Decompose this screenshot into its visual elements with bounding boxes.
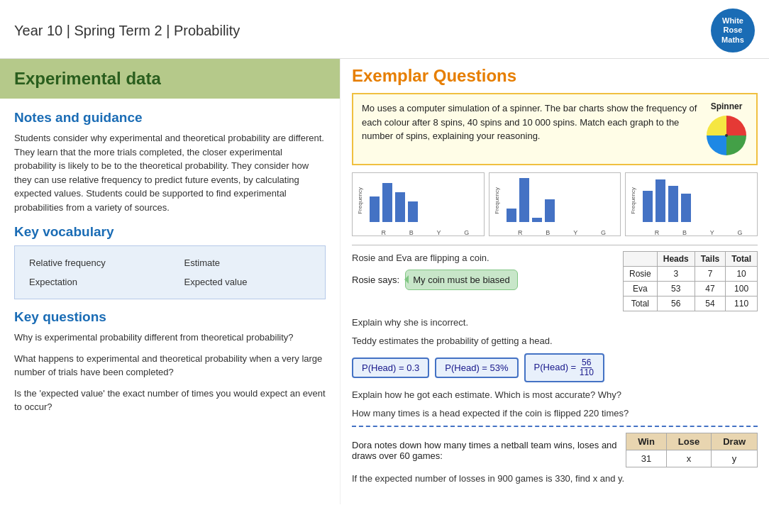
- how-many: How many times is a head expected if the…: [352, 406, 758, 421]
- spinner-label: Spinner: [711, 101, 743, 111]
- vocab-term-4: Expected value: [184, 277, 311, 287]
- wrm-logo: White Rose Maths: [711, 9, 755, 52]
- spinner-question-text: Mo uses a computer simulation of a spinn…: [362, 101, 698, 143]
- spinner-container: Spinner: [705, 101, 748, 157]
- left-content: Notes and guidance Students consider why…: [0, 110, 340, 414]
- bars-1: [355, 176, 481, 222]
- bar-chart-3: Frequency R B Y G: [625, 172, 758, 236]
- row-eva-label: Eva: [624, 282, 658, 297]
- col-header-empty: [624, 252, 658, 267]
- table-row: 31 x y: [626, 450, 758, 467]
- bar-R-2: [507, 209, 516, 223]
- bar-Y-1: [395, 192, 405, 222]
- dora-section: Dora notes down how many times a netball…: [352, 426, 758, 486]
- left-panel: Experimental data Notes and guidance Stu…: [0, 59, 341, 504]
- bar-R-1: [370, 196, 380, 222]
- bar-G-2: [545, 199, 555, 223]
- row-rosie-tails: 7: [695, 267, 725, 282]
- bar-chart-2: Frequency R B Y G: [489, 172, 621, 236]
- explain-incorrect: Explain why she is incorrect.: [352, 316, 758, 330]
- row-total-total: 110: [726, 297, 758, 311]
- question-2: What happens to experimental and theoret…: [14, 352, 326, 379]
- svg-point-0: [725, 134, 728, 137]
- bar-Y-3: [668, 186, 678, 222]
- estimate-2: P(Head) = 53%: [435, 358, 518, 378]
- table-row: Rosie 3 7 10: [624, 267, 758, 282]
- col-header-tails: Tails: [695, 252, 725, 267]
- question-1: Why is experimental probability differen…: [14, 331, 326, 345]
- vocab-term-1: Relative frequency: [29, 257, 156, 268]
- final-question: If the expected number of losses in 900 …: [352, 472, 758, 486]
- vocab-heading: Key vocabulary: [14, 224, 326, 240]
- wlt-lose-header: Lose: [666, 433, 711, 450]
- bar-B-3: [655, 179, 665, 222]
- row-rosie-heads: 3: [657, 267, 695, 282]
- row-eva-total: 100: [726, 282, 758, 297]
- xaxis-3: R B Y G: [629, 229, 754, 236]
- estimate-boxes: P(Head) = 0.3 P(Head) = 53% P(Head) = 56…: [352, 353, 758, 382]
- row-eva-heads: 53: [657, 282, 695, 297]
- notes-heading: Notes and guidance: [14, 110, 326, 126]
- row-total-tails: 54: [695, 297, 725, 311]
- bar-R-3: [643, 191, 653, 222]
- right-panel: Exemplar Questions Mo uses a computer si…: [341, 59, 769, 504]
- exemplar-heading: Exemplar Questions: [352, 66, 758, 86]
- y-axis-1: Frequency: [357, 177, 363, 223]
- vocab-term-2: Estimate: [184, 257, 311, 268]
- bars-2: [492, 176, 618, 222]
- bar-B-2: [519, 178, 529, 222]
- exp-data-title: Experimental data: [14, 69, 326, 89]
- wlt-draw-val: y: [712, 450, 758, 467]
- bar-charts-row: Frequency R B Y G: [352, 172, 758, 236]
- coin-intro: Rosie and Eva are flipping a coin.: [352, 251, 609, 265]
- main-layout: Experimental data Notes and guidance Stu…: [0, 59, 769, 504]
- vocab-box: Relative frequency Estimate Expectation …: [14, 245, 326, 299]
- wlt-win-header: Win: [626, 433, 667, 450]
- y-axis-3: Frequency: [630, 177, 636, 223]
- exp-data-banner: Experimental data: [0, 59, 340, 99]
- page-header: Year 10 | Spring Term 2 | Probability Wh…: [0, 0, 769, 59]
- bar-B-1: [382, 183, 392, 222]
- page-title: Year 10 | Spring Term 2 | Probability: [14, 23, 240, 39]
- wlt-draw-header: Draw: [712, 433, 758, 450]
- bar-Y-2: [532, 218, 542, 223]
- estimate-3: P(Head) = 56110: [524, 353, 604, 382]
- coin-table: Heads Tails Total Rosie 3 7 10: [623, 251, 758, 311]
- col-header-total: Total: [726, 252, 758, 267]
- row-total-heads: 56: [657, 297, 695, 311]
- row-eva-tails: 47: [695, 282, 725, 297]
- bars-3: [629, 176, 754, 222]
- row-rosie-label: Rosie: [624, 267, 658, 282]
- estimate-1: P(Head) = 0.3: [352, 358, 429, 378]
- wlt-win-val: 31: [626, 450, 667, 467]
- bar-G-3: [681, 194, 691, 222]
- vocab-term-3: Expectation: [29, 277, 156, 287]
- dora-intro: Dora notes down how many times a netball…: [352, 440, 617, 461]
- coin-section: Rosie and Eva are flipping a coin. Rosie…: [352, 245, 758, 420]
- coin-says-row: Rosie says: My coin must be biased: [352, 270, 609, 290]
- teddy-intro: Teddy estimates the probability of getti…: [352, 334, 758, 348]
- coin-row: Rosie and Eva are flipping a coin. Rosie…: [352, 251, 758, 311]
- notes-text: Students consider why experimental and t…: [14, 131, 326, 214]
- row-total-label: Total: [624, 297, 658, 311]
- explain-estimate: Explain how he got each estimate. Which …: [352, 388, 758, 402]
- spinner-question-box: Mo uses a computer simulation of a spinn…: [352, 93, 758, 165]
- dora-row: Dora notes down how many times a netball…: [352, 433, 758, 467]
- table-row: Eva 53 47 100: [624, 282, 758, 297]
- vocab-row-1: Relative frequency Estimate: [29, 253, 311, 272]
- wlt-lose-val: x: [666, 450, 711, 467]
- y-axis-2: Frequency: [494, 177, 500, 223]
- rosie-says-label: Rosie says:: [352, 275, 399, 285]
- table-row: Total 56 54 110: [624, 297, 758, 311]
- bar-G-1: [408, 201, 418, 222]
- bar-chart-1: Frequency R B Y G: [352, 172, 485, 236]
- xaxis-2: R B Y G: [492, 229, 618, 236]
- row-rosie-total: 10: [726, 267, 758, 282]
- questions-heading: Key questions: [14, 309, 326, 325]
- win-lose-table: Win Lose Draw 31 x y: [626, 433, 758, 467]
- vocab-row-2: Expectation Expected value: [29, 272, 311, 292]
- speech-bubble: My coin must be biased: [405, 270, 518, 290]
- xaxis-1: R B Y G: [355, 229, 481, 236]
- col-header-heads: Heads: [657, 252, 695, 267]
- spinner-svg: [705, 114, 748, 157]
